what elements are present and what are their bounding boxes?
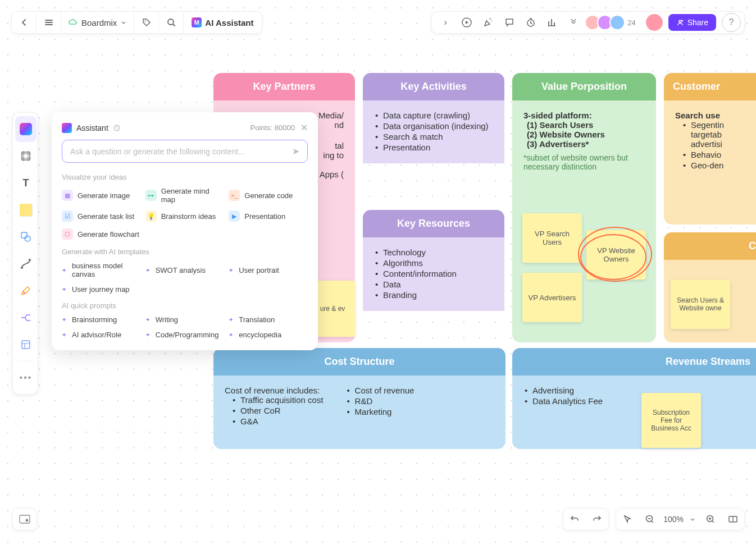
- flowchart-icon: ⬡: [62, 228, 73, 240]
- cloud-icon: [68, 17, 78, 28]
- card-header: Revenue Streams: [512, 348, 756, 375]
- frame-tool[interactable]: [13, 143, 39, 169]
- points-label: Points: 80000: [250, 123, 295, 132]
- expand-icon[interactable]: ›: [435, 12, 456, 33]
- share-icon: [676, 19, 684, 26]
- template-bmc[interactable]: ✦business model canvas: [62, 262, 141, 278]
- prompt-code[interactable]: ✦Code/Programming: [145, 331, 225, 339]
- avatar: [609, 15, 625, 30]
- card-customer[interactable]: Customer Search use Segentintargetabadve…: [664, 73, 756, 225]
- section-visualize: Visualize your ideas: [62, 173, 308, 181]
- help-button[interactable]: ?: [722, 13, 741, 32]
- card-header: C: [664, 232, 756, 260]
- template-swot[interactable]: ✦SWOT analysis: [145, 262, 225, 278]
- select-tool[interactable]: [15, 116, 37, 142]
- sticky-tool[interactable]: [13, 197, 39, 223]
- section-templates: Generate with AI templates: [62, 248, 308, 256]
- share-button[interactable]: Share: [668, 14, 716, 31]
- template-tool[interactable]: [13, 332, 39, 358]
- prompt-translation[interactable]: ✦Translation: [229, 315, 308, 324]
- shape-tool[interactable]: [13, 224, 39, 250]
- send-icon[interactable]: ➤: [292, 146, 299, 157]
- back-button[interactable]: [12, 12, 37, 33]
- zoom-out-button[interactable]: [639, 508, 661, 530]
- text-tool[interactable]: T: [13, 170, 39, 196]
- sticky-vp-search[interactable]: VP Search Users: [522, 213, 582, 263]
- assistant-input-container: ➤: [62, 140, 308, 163]
- celebrate-button[interactable]: [478, 12, 498, 33]
- generate-mindmap[interactable]: ⊶Generate mind map: [145, 187, 225, 204]
- chevron-down-icon: [120, 19, 127, 26]
- history-icon[interactable]: [113, 124, 121, 132]
- generate-image[interactable]: ▦Generate image: [62, 187, 141, 204]
- search-button[interactable]: [159, 12, 184, 33]
- generate-code[interactable]: >_Generate code: [229, 187, 308, 204]
- comment-button[interactable]: [499, 12, 520, 33]
- card-key-resources[interactable]: Key Resources Technology Algorithms Cont…: [363, 210, 504, 342]
- sticky-subscription[interactable]: Subscription Fee for Business Acc: [641, 393, 701, 448]
- ai-logo-icon: M: [192, 17, 202, 28]
- redo-button[interactable]: [586, 508, 608, 530]
- tag-button[interactable]: [134, 12, 159, 33]
- ai-logo-icon: [62, 123, 72, 133]
- generate-tasklist[interactable]: ☑Generate task list: [62, 210, 141, 222]
- timer-button[interactable]: [521, 12, 541, 33]
- more-chevron-icon[interactable]: [563, 12, 584, 33]
- zoom-dropdown[interactable]: [686, 508, 699, 530]
- template-user-portrait[interactable]: ✦User portrait: [229, 262, 308, 278]
- pen-tool[interactable]: [13, 278, 39, 304]
- template-user-journey[interactable]: ✦User journey map: [62, 285, 141, 294]
- svg-rect-13: [20, 515, 30, 523]
- prompt-brainstorming[interactable]: ✦Brainstorming: [62, 315, 141, 324]
- zoom-in-button[interactable]: [699, 508, 722, 530]
- assistant-title: Assistant: [76, 123, 108, 132]
- minimap-button[interactable]: [12, 508, 37, 530]
- section-prompts: AI quick prompts: [62, 301, 308, 310]
- bulb-icon: 💡: [145, 210, 157, 222]
- sticky-search-users[interactable]: Search Users & Website owne: [671, 280, 730, 329]
- board-title-dropdown[interactable]: Boardmix: [61, 12, 134, 33]
- card-header: Key Activities: [363, 73, 504, 100]
- undo-button[interactable]: [563, 508, 586, 530]
- svg-point-6: [25, 236, 30, 241]
- presentation[interactable]: ▶Presentation: [229, 210, 308, 222]
- card-key-activities[interactable]: Key Activities Data capture (crawling) D…: [363, 73, 504, 202]
- top-toolbar-right: › 24 Share ?: [431, 11, 745, 34]
- svg-point-0: [144, 21, 145, 22]
- sticky-vp-website[interactable]: VP Website Owners: [586, 230, 646, 280]
- play-button[interactable]: [457, 12, 477, 33]
- image-icon: ▦: [62, 190, 73, 201]
- bottom-toolbar: 100%: [563, 508, 745, 530]
- chart-button[interactable]: [542, 12, 562, 33]
- cursor-button[interactable]: [616, 508, 639, 530]
- card-header: Cost Structure: [213, 348, 505, 375]
- collaborator-avatars[interactable]: 24: [588, 15, 640, 30]
- sticky-vp-advertisers[interactable]: VP Advertisers: [522, 273, 582, 322]
- svg-point-14: [26, 519, 29, 522]
- card-header: Key Partners: [213, 73, 355, 100]
- prompt-writing[interactable]: ✦Writing: [145, 315, 225, 324]
- mindmap-tool[interactable]: [13, 305, 39, 331]
- brainstorm-ideas[interactable]: 💡Brainstorm ideas: [145, 210, 225, 222]
- ai-assistant-button[interactable]: M AI Assistant: [184, 17, 261, 28]
- card-cost-structure[interactable]: Cost Structure Cost of revenue includes:…: [213, 348, 505, 449]
- card-header: Value Porposition: [512, 73, 656, 100]
- prompt-encyclopedia[interactable]: ✦encyclopedia: [229, 331, 308, 339]
- svg-rect-9: [22, 341, 30, 349]
- card-revenue-streams[interactable]: Revenue Streams Advertising Data Analyti…: [512, 348, 756, 449]
- presentation-icon: ▶: [229, 210, 240, 222]
- svg-point-8: [29, 259, 31, 261]
- tasklist-icon: ☑: [62, 210, 73, 222]
- close-icon[interactable]: ✕: [300, 122, 308, 133]
- more-tools[interactable]: •••: [13, 365, 39, 391]
- mindmap-icon: ⊶: [145, 190, 157, 201]
- assistant-input[interactable]: [70, 147, 292, 156]
- my-avatar[interactable]: [646, 14, 663, 31]
- connector-tool[interactable]: [13, 251, 39, 277]
- zoom-level[interactable]: 100%: [661, 515, 686, 524]
- menu-button[interactable]: [37, 12, 61, 33]
- generate-flowchart[interactable]: ⬡Generate flowchart: [62, 228, 141, 240]
- svg-point-7: [21, 267, 23, 269]
- prompt-ai-advisor[interactable]: ✦AI advisor/Role: [62, 331, 141, 339]
- fit-view-button[interactable]: [722, 508, 744, 530]
